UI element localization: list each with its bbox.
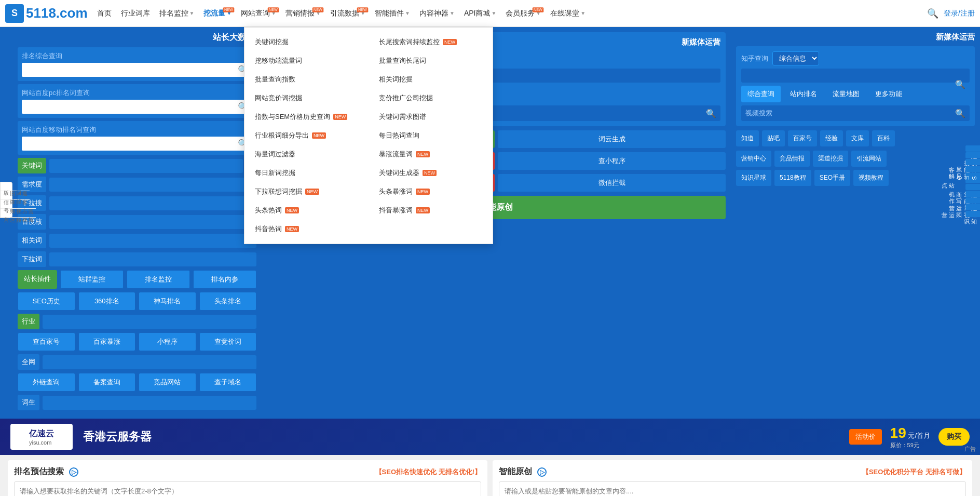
dropdown-item-surge-traffic[interactable]: 暴涨流量词 NEW [369, 145, 493, 164]
dropdown-item-keyword-gen[interactable]: 关键词生成器 NEW [369, 164, 493, 182]
sidebar-video[interactable]: 官方视频号 [1, 200, 36, 209]
dropdown-item-related-dig[interactable]: 相关词挖掘 [369, 70, 493, 89]
word-gen-input[interactable] [47, 399, 252, 407]
btn-baike[interactable]: 百科 [872, 130, 895, 146]
btn-wenku[interactable]: 文库 [846, 130, 869, 146]
btn-site-cluster[interactable]: 站群监控 [60, 270, 124, 289]
comprehensive-right-select[interactable]: 综合信息 [772, 51, 819, 65]
banner-buy-button[interactable]: 购买 [938, 428, 970, 446]
nav-plugin[interactable]: 智能插件 ▼ [371, 6, 414, 21]
suggest-word-input[interactable] [53, 256, 252, 263]
nav-course[interactable]: 在线课堂 ▼ [546, 6, 590, 21]
dropdown-item-bidding-company[interactable]: 竞价推广公司挖掘 [369, 89, 493, 108]
dropdown-item-keyword-dig[interactable]: 关键词挖掘 [244, 33, 369, 51]
sidebar-traffic-biz[interactable]: 流量商机 [965, 184, 980, 190]
video-right-icon[interactable]: 🔍 [955, 109, 965, 118]
dropdown-item-daily-hot[interactable]: 每日热词查询 [369, 126, 493, 145]
keyword-search-input[interactable] [53, 162, 239, 170]
nav-home[interactable]: 首页 [93, 6, 116, 21]
dropdown-item-batch-longtail[interactable]: 批量查询长尾词 [369, 51, 493, 70]
nav-site[interactable]: 网站查询 NEW ▼ [237, 6, 280, 21]
sidebar-back[interactable]: 返回旧版 [1, 182, 30, 191]
btn-site-plugin[interactable]: 站长插件 [18, 270, 57, 289]
nav-industry[interactable]: 行业词库 [117, 6, 154, 21]
nav-content[interactable]: 内容神器 ▼ [415, 6, 459, 21]
site-logo[interactable]: S 5118.com [5, 4, 88, 23]
mobile-rank-search-input[interactable] [26, 140, 238, 148]
baidu-core-input[interactable] [53, 218, 252, 226]
sidebar-guide[interactable]: 导航 [965, 145, 980, 152]
sidebar-quick-search[interactable]: 快搜 [965, 152, 980, 158]
btn-baijiahao[interactable]: 查百家号 [18, 332, 75, 351]
btn-seo-manual[interactable]: SEO手册 [814, 170, 850, 186]
nav-traffic[interactable]: 挖流量 NEW ▼ [199, 6, 236, 21]
dropdown-item-daily-new[interactable]: 每日新词挖掘 [244, 164, 369, 182]
wechat-clip-btn[interactable]: 微信拦截 [498, 174, 726, 192]
func-traffic-map-right[interactable]: 流量地图 [826, 86, 866, 102]
btn-mini-app[interactable]: 小程序 [139, 332, 196, 351]
login-button[interactable]: 登录/注册 [944, 9, 975, 18]
word-gen-btn[interactable]: 词生 [18, 395, 39, 410]
func-comprehensive-right[interactable]: 综合查询 [741, 86, 781, 102]
sidebar-traffic-ops[interactable]: 流量运营 [965, 197, 980, 204]
sidebar-smart-attract[interactable]: 智能累客 [965, 159, 980, 165]
industry-btn[interactable]: 行业 [18, 314, 39, 329]
btn-zhidao[interactable]: 知道 [736, 130, 759, 146]
dropdown-item-mobile-traffic[interactable]: 挖移动端流量词 [244, 51, 369, 70]
rank-estimate-arrow[interactable]: ▷ [69, 467, 78, 477]
rank-search-input[interactable] [26, 66, 238, 74]
sidebar-wechat[interactable]: 客服微信 [1, 191, 30, 200]
dropdown-item-keyword-map[interactable]: 关键词需求图谱 [369, 108, 493, 126]
smart-original-link[interactable]: 【SEO优化积分平台 无排名可做】 [862, 467, 966, 477]
pc-rank-search-input[interactable] [26, 103, 238, 111]
video-search-icon[interactable]: 🔍 [706, 109, 716, 118]
btn-icp[interactable]: 备案查询 [78, 373, 136, 392]
btn-competitor[interactable]: 竞品网站 [139, 373, 196, 392]
search-icon[interactable]: 🔍 [927, 8, 938, 19]
btn-headline-rank[interactable]: 头条排名 [199, 292, 257, 311]
fullnet-input[interactable] [47, 358, 252, 366]
zhihu-right-search-input[interactable] [745, 72, 965, 79]
dropdown-item-sem-history[interactable]: 指数与SEM价格历史查询 NEW [244, 108, 369, 126]
dropdown-item-suggest-dig[interactable]: 下拉联想词挖掘 NEW [244, 182, 369, 201]
btn-jingyan[interactable]: 经验 [820, 130, 843, 146]
btn-traffic-site[interactable]: 引流网站 [851, 151, 887, 167]
dropdown-item-word-filter[interactable]: 海量词过滤器 [244, 145, 369, 164]
fullnet-btn[interactable]: 全网 [18, 354, 39, 370]
zhihu-right-search-icon[interactable]: 🔍 [955, 79, 965, 89]
btn-seo-history[interactable]: SEO历史 [18, 292, 75, 311]
sidebar-smart-write[interactable]: 智能写作 [965, 191, 980, 197]
dropdown-item-bidding-dig[interactable]: 网站竞价词挖掘 [244, 89, 369, 108]
related-input[interactable] [53, 237, 252, 245]
mini-app-btn[interactable]: 查小程序 [498, 152, 726, 170]
btn-rank-ref[interactable]: 排名内参 [193, 270, 256, 289]
nav-marketing[interactable]: 营销情报 NEW ▼ [281, 6, 325, 21]
sidebar-short-video-ops[interactable]: 短视频运营 [965, 204, 980, 210]
nav-api[interactable]: API商城 ▼ [460, 6, 500, 21]
dropdown-item-douyin-surge[interactable]: 抖音暴涨词 NEW [369, 201, 493, 220]
btn-subdomain[interactable]: 查子域名 [199, 373, 257, 392]
nav-member[interactable]: 会员服务 NEW ▼ [501, 6, 545, 21]
btn-baijiahao2[interactable]: 百家号 [788, 130, 817, 146]
btn-rank-monitor[interactable]: 排名监控 [127, 270, 190, 289]
btn-channel-dig[interactable]: 渠道挖掘 [813, 151, 848, 167]
wordcloud-btn[interactable]: 词云生成 [498, 130, 726, 148]
btn-competition-intel[interactable]: 竞品情报 [774, 151, 810, 167]
rank-estimate-input[interactable] [14, 481, 481, 496]
dropdown-item-industry-export[interactable]: 行业根词细分导出 NEW [244, 126, 369, 145]
btn-knowledge-sphere[interactable]: 知识星球 [736, 170, 771, 186]
suggest-search-input[interactable] [53, 199, 252, 207]
btn-shenma-rank[interactable]: 神马排名 [139, 292, 196, 311]
industry-input[interactable] [47, 318, 252, 326]
sidebar-short-video[interactable]: 短视频运营 [1, 209, 36, 218]
btn-video-course[interactable]: 视频教程 [853, 170, 889, 186]
sidebar-seo-site[interactable]: SEO站点 [965, 172, 980, 183]
dropdown-item-headline-surge[interactable]: 头条暴涨词 NEW [369, 182, 493, 201]
smart-original-input[interactable] [499, 481, 966, 496]
video-right-input[interactable] [779, 109, 955, 117]
nav-leads[interactable]: 引流数据 NEW ▼ [326, 6, 370, 21]
dropdown-item-douyin-hot[interactable]: 抖音热词 NEW [244, 220, 369, 238]
btn-marketing-center[interactable]: 营销中心 [736, 151, 771, 167]
rank-estimate-link[interactable]: 【SEO排名快速优化 无排名优化!】 [375, 467, 481, 477]
sidebar-data-insight[interactable]: 数据见解 [965, 166, 980, 172]
